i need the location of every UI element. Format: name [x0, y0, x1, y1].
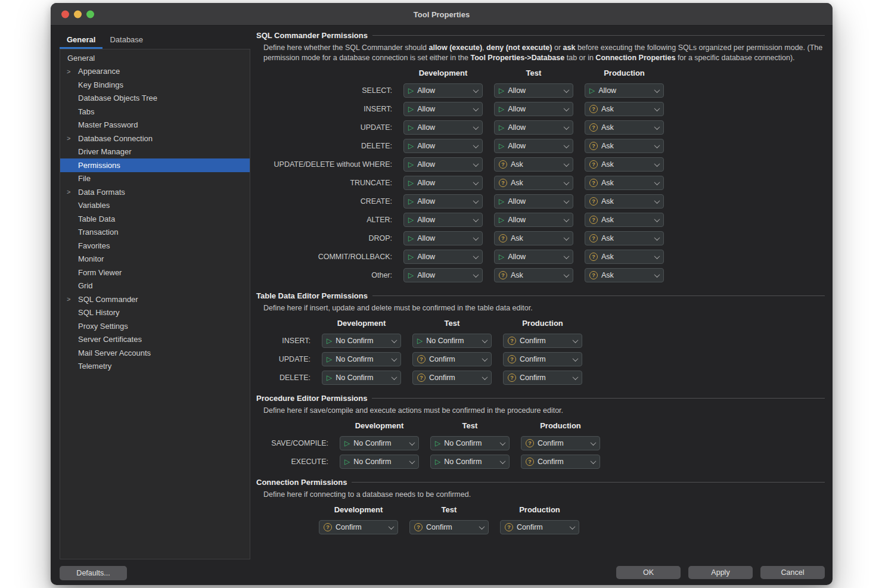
permission-select[interactable]: ▷Allow — [403, 157, 483, 172]
permission-select[interactable]: ?Confirm — [503, 334, 582, 348]
description-segment: deny (not execute) — [486, 43, 552, 52]
tab-label: General — [67, 35, 95, 44]
permission-select[interactable]: ?Confirm — [412, 371, 492, 385]
permission-select[interactable]: ▷Allow — [403, 139, 483, 153]
permission-select[interactable]: ▷No Confirm — [340, 436, 419, 450]
permission-select[interactable]: ▷No Confirm — [322, 334, 401, 348]
permission-select[interactable]: ▷Allow — [494, 213, 573, 227]
description-segment: ask — [563, 43, 576, 52]
apply-button[interactable]: Apply — [688, 566, 753, 579]
permission-select[interactable]: ?Confirm — [412, 352, 492, 366]
chevron-down-icon — [473, 272, 479, 278]
permission-select[interactable]: ▷Allow — [494, 250, 573, 264]
sidebar-item-file[interactable]: File — [60, 172, 250, 186]
permission-select[interactable]: ▷Allow — [403, 213, 483, 227]
permission-select[interactable]: ▷Allow — [403, 250, 483, 264]
permission-select[interactable]: ▷Allow — [494, 83, 573, 98]
permission-select[interactable]: ?Confirm — [503, 371, 582, 385]
chevron-right-icon[interactable]: > — [67, 68, 70, 75]
permission-select[interactable]: ?Ask — [585, 102, 664, 116]
sidebar-item-label: Key Bindings — [78, 80, 123, 89]
sidebar-item-monitor[interactable]: Monitor — [60, 253, 250, 266]
sidebar-item-proxy-settings[interactable]: Proxy Settings — [60, 319, 250, 333]
sidebar-item-form-viewer[interactable]: Form Viewer — [60, 266, 250, 279]
permission-select[interactable]: ?Ask — [585, 250, 664, 264]
sidebar-item-transaction[interactable]: Transaction — [60, 226, 250, 239]
permission-select[interactable]: ▷Allow — [494, 102, 573, 116]
defaults-button[interactable]: Defaults... — [60, 566, 127, 580]
permission-select[interactable]: ▷No Confirm — [340, 455, 419, 469]
permission-select[interactable]: ▷No Confirm — [412, 334, 492, 348]
permission-select[interactable]: ?Ask — [585, 268, 664, 282]
permission-select[interactable]: ?Ask — [494, 176, 573, 190]
permission-select[interactable]: ▷No Confirm — [430, 455, 510, 469]
tab-database[interactable]: Database — [103, 32, 150, 49]
permission-select[interactable]: ?Confirm — [503, 352, 582, 366]
chevron-right-icon[interactable]: > — [67, 135, 70, 142]
sidebar-item-appearance[interactable]: >Appearance — [60, 65, 250, 79]
sidebar-item-data-formats[interactable]: >Data Formats — [60, 185, 250, 199]
permission-select[interactable]: ?Ask — [585, 120, 664, 135]
permission-select[interactable]: ▷Allow — [494, 120, 573, 135]
sidebar-item-key-bindings[interactable]: Key Bindings — [60, 78, 250, 92]
chevron-down-icon — [654, 87, 660, 93]
chevron-right-icon[interactable]: > — [67, 295, 70, 303]
permission-select[interactable]: ?Ask — [585, 157, 664, 172]
permission-select[interactable]: ?Confirm — [521, 455, 600, 469]
permission-select[interactable]: ?Ask — [494, 268, 573, 282]
permission-select[interactable]: ▷Allow — [403, 268, 483, 282]
sidebar-tree[interactable]: General>AppearanceKey BindingsDatabase O… — [60, 49, 250, 559]
selected-value: No Confirm — [426, 337, 464, 345]
chevron-right-icon[interactable]: > — [67, 188, 70, 195]
description-segment: Define here if save/compile and execute … — [263, 406, 563, 415]
permission-select[interactable]: ?Confirm — [319, 520, 398, 534]
permission-select[interactable]: ?Confirm — [409, 520, 489, 534]
sidebar-item-favorites[interactable]: Favorites — [60, 239, 250, 253]
permission-select[interactable]: ?Ask — [585, 139, 664, 153]
sidebar-item-permissions[interactable]: Permissions — [60, 158, 250, 172]
chevron-down-icon — [654, 216, 660, 222]
sidebar-item-database-connection[interactable]: >Database Connection — [60, 132, 250, 145]
permission-select[interactable]: ▷Allow — [403, 231, 483, 245]
column-header-test: Test — [409, 505, 489, 516]
sidebar-item-driver-manager[interactable]: Driver Manager — [60, 145, 250, 159]
permission-select[interactable]: ?Ask — [585, 213, 664, 227]
sidebar-item-master-password[interactable]: Master Password — [60, 119, 250, 132]
sidebar-item-server-certificates[interactable]: Server Certificates — [60, 333, 250, 347]
permission-select[interactable]: ▷Allow — [403, 176, 483, 190]
sidebar-item-general[interactable]: General — [60, 51, 250, 65]
allow-triangle-icon: ▷ — [408, 198, 414, 205]
permission-select[interactable]: ▷No Confirm — [322, 352, 401, 366]
sidebar-item-sql-commander[interactable]: >SQL Commander — [60, 293, 250, 306]
sidebar-item-tabs[interactable]: Tabs — [60, 105, 250, 119]
sidebar-item-table-data[interactable]: Table Data — [60, 212, 250, 226]
permission-select[interactable]: ?Ask — [494, 157, 573, 172]
permission-select[interactable]: ?Ask — [494, 231, 573, 245]
sidebar-item-sql-history[interactable]: SQL History — [60, 306, 250, 320]
sidebar-item-telemetry[interactable]: Telemetry — [60, 360, 250, 374]
permission-select[interactable]: ▷Allow — [403, 102, 483, 116]
permission-select[interactable]: ?Confirm — [500, 520, 579, 534]
sidebar-item-database-objects-tree[interactable]: Database Objects Tree — [60, 92, 250, 105]
permission-select[interactable]: ▷Allow — [403, 194, 483, 209]
title-bar[interactable]: Tool Properties — [51, 3, 833, 26]
selected-value: No Confirm — [353, 458, 391, 466]
permission-select[interactable]: ▷Allow — [494, 194, 573, 209]
permission-select[interactable]: ▷No Confirm — [430, 436, 510, 450]
permission-select[interactable]: ▷Allow — [403, 120, 483, 135]
cancel-button[interactable]: Cancel — [760, 566, 825, 579]
permission-select[interactable]: ?Ask — [585, 194, 664, 209]
permission-select[interactable]: ▷Allow — [494, 139, 573, 153]
tab-general[interactable]: General — [60, 32, 103, 49]
sidebar-item-variables[interactable]: Variables — [60, 199, 250, 213]
ok-button[interactable]: OK — [616, 566, 681, 579]
permission-select[interactable]: ?Ask — [585, 231, 664, 245]
permission-select[interactable]: ▷Allow — [403, 83, 483, 98]
sidebar-item-mail-server-accounts[interactable]: Mail Server Accounts — [60, 346, 250, 360]
permission-select[interactable]: ▷Allow — [585, 83, 664, 98]
sidebar-item-grid[interactable]: Grid — [60, 279, 250, 293]
section-title: Table Data Editor Permissions — [256, 291, 825, 300]
permission-select[interactable]: ?Confirm — [521, 436, 600, 450]
permission-select[interactable]: ?Ask — [585, 176, 664, 190]
permission-select[interactable]: ▷No Confirm — [322, 371, 401, 385]
